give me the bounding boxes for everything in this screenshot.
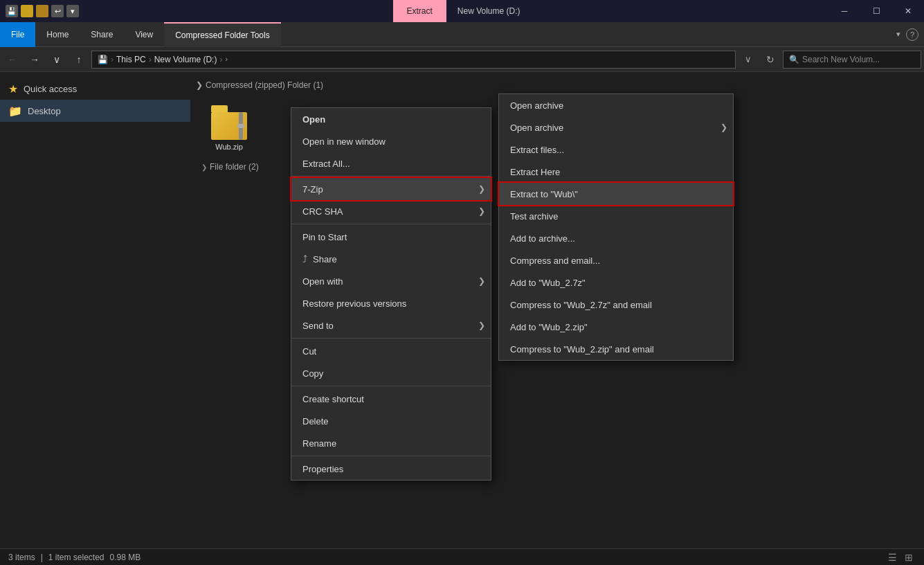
cm-sep4: [291, 386, 491, 386]
path-sep1: ›: [111, 55, 114, 64]
sm-open-archive-2[interactable]: Open archive ❯: [499, 116, 733, 138]
maximize-button[interactable]: ☐: [860, 0, 892, 22]
view-grid-button[interactable]: ⊞: [902, 550, 916, 564]
sm-open-archive-1[interactable]: Open archive: [499, 94, 733, 116]
cm-send-to[interactable]: Send to ❯: [291, 314, 491, 337]
submenu-7zip: Open archive Open archive ❯ Extract file…: [498, 93, 734, 361]
ribbon-expand[interactable]: ▾: [896, 30, 900, 39]
close-button[interactable]: ✕: [892, 0, 924, 22]
cm-send-to-label: Send to: [302, 321, 334, 331]
drive-icon: 💾: [98, 55, 108, 64]
sidebar-item-desktop[interactable]: 📁 Desktop: [0, 100, 190, 122]
cm-share-label: Share: [313, 254, 337, 264]
search-box[interactable]: 🔍 Search New Volum...: [783, 51, 921, 69]
edit-icon[interactable]: [21, 5, 33, 17]
sidebar-label-quick-access: Quick access: [24, 84, 77, 94]
sm-add-to-archive[interactable]: Add to archive...: [499, 227, 733, 249]
bc-arrow: ❯: [196, 80, 203, 90]
share-icon: ⤴: [302, 253, 307, 264]
search-placeholder: Search New Volum...: [802, 55, 880, 64]
up-dir-button[interactable]: ↑: [69, 50, 89, 69]
folder-icon-desktop: 📁: [8, 105, 22, 118]
zip-folder-body: [211, 112, 247, 140]
status-count: 3 items: [8, 553, 35, 562]
cm-pin-to-start[interactable]: Pin to Start: [291, 226, 491, 248]
path-new-volume[interactable]: New Volume (D:): [154, 55, 217, 64]
help-icon[interactable]: ?: [906, 28, 918, 41]
save-icon[interactable]: 💾: [6, 5, 18, 17]
cm-create-shortcut[interactable]: Create shortcut: [291, 388, 491, 410]
ribbon-tab-view[interactable]: View: [124, 22, 164, 47]
view-list-button[interactable]: ☰: [885, 550, 899, 564]
address-path[interactable]: 💾 › This PC › New Volume (D:) › ›: [91, 51, 736, 69]
dropdown-quick-icon[interactable]: ▾: [66, 5, 79, 17]
cm-copy[interactable]: Copy: [291, 362, 491, 384]
cm-crc-sha-label: CRC SHA: [302, 206, 343, 217]
cm-open-with-arrow: ❯: [478, 276, 485, 286]
cm-open[interactable]: Open: [291, 108, 491, 130]
quick-access-icons: 💾 ↩ ▾: [6, 5, 79, 17]
sidebar-item-quick-access[interactable]: ★ Quick access: [0, 78, 190, 100]
sm-compress-wub-zip-email[interactable]: Compress to "Wub_2.zip" and email: [499, 338, 733, 360]
cm-sep3: [291, 338, 491, 339]
path-sep3: ›: [219, 55, 222, 64]
sm-extract-to-wub[interactable]: Extract to "Wub\": [499, 183, 733, 205]
status-size: 0.98 MB: [110, 553, 141, 562]
cm-properties[interactable]: Properties: [291, 458, 491, 480]
sm-extract-here[interactable]: Extract Here: [499, 161, 733, 183]
sm-open-archive-2-arrow: ❯: [721, 123, 727, 132]
status-selected: 1 item selected: [48, 553, 105, 562]
sm-add-wub-7z[interactable]: Add to "Wub_2.7z": [499, 271, 733, 294]
cm-7zip[interactable]: 7-Zip ❯: [291, 178, 491, 200]
sm-compress-email[interactable]: Compress and email...: [499, 249, 733, 271]
search-icon: 🔍: [789, 55, 799, 64]
cm-crc-sha[interactable]: CRC SHA ❯: [291, 200, 491, 222]
status-right: ☰ ⊞: [885, 550, 916, 564]
window-controls: ─ ☐ ✕: [828, 0, 924, 22]
cm-cut[interactable]: Cut: [291, 340, 491, 362]
cm-share[interactable]: ⤴ Share: [291, 248, 491, 270]
cm-restore-prev[interactable]: Restore previous versions: [291, 292, 491, 314]
sm-test-archive[interactable]: Test archive: [499, 205, 733, 227]
cm-open-with[interactable]: Open with ❯: [291, 270, 491, 292]
title-drive: New Volume (D:): [446, 0, 532, 22]
ribbon-tab-share[interactable]: Share: [80, 22, 124, 47]
context-menu: Open Open in new window Extract All... 7…: [291, 107, 491, 481]
path-sep2: ›: [149, 55, 152, 64]
title-bar-left: 💾 ↩ ▾: [0, 0, 84, 22]
sidebar-label-desktop: Desktop: [28, 106, 61, 116]
undo-icon[interactable]: ↩: [51, 5, 64, 17]
file-item-wub[interactable]: Wub.zip: [201, 101, 257, 154]
zip-folder-tab: [211, 105, 228, 112]
file-name-wub: Wub.zip: [215, 143, 243, 151]
folder-group-label: File folder (2): [210, 162, 259, 172]
title-center: Extract New Volume (D:): [392, 0, 531, 22]
tab-extract[interactable]: Extract: [392, 0, 446, 22]
forward-button[interactable]: →: [25, 50, 44, 69]
cm-extract-all[interactable]: Extract All...: [291, 152, 491, 174]
refresh-button[interactable]: ↻: [761, 50, 780, 69]
bc-label: Compressed (zipped) Folder (1): [206, 80, 323, 90]
path-dropdown-button[interactable]: ∨: [739, 50, 758, 69]
cm-delete[interactable]: Delete: [291, 410, 491, 432]
path-this-pc[interactable]: This PC: [116, 55, 146, 64]
sm-add-wub-zip[interactable]: Add to "Wub_2.zip": [499, 316, 733, 338]
cm-rename[interactable]: Rename: [291, 432, 491, 454]
cm-sep5: [291, 456, 491, 456]
path-arrow: ›: [225, 55, 227, 63]
cm-7zip-label: 7-Zip: [302, 184, 323, 195]
minimize-button[interactable]: ─: [828, 0, 860, 22]
ribbon-tab-compressed[interactable]: Compressed Folder Tools: [164, 22, 281, 47]
ribbon-tab-home[interactable]: Home: [35, 22, 80, 47]
folder-icon[interactable]: [36, 5, 48, 17]
down-button[interactable]: ∨: [47, 50, 66, 69]
sidebar: ★ Quick access 📁 Desktop: [0, 72, 190, 548]
ribbon-tab-file[interactable]: File: [0, 22, 35, 47]
cm-open-new-window[interactable]: Open in new window: [291, 130, 491, 152]
back-button[interactable]: ←: [3, 50, 22, 69]
cm-crc-sha-arrow: ❯: [478, 206, 485, 216]
status-sep1: |: [41, 553, 43, 562]
star-icon: ★: [8, 82, 18, 96]
sm-extract-files[interactable]: Extract files...: [499, 138, 733, 161]
sm-compress-wub-7z-email[interactable]: Compress to "Wub_2.7z" and email: [499, 294, 733, 316]
